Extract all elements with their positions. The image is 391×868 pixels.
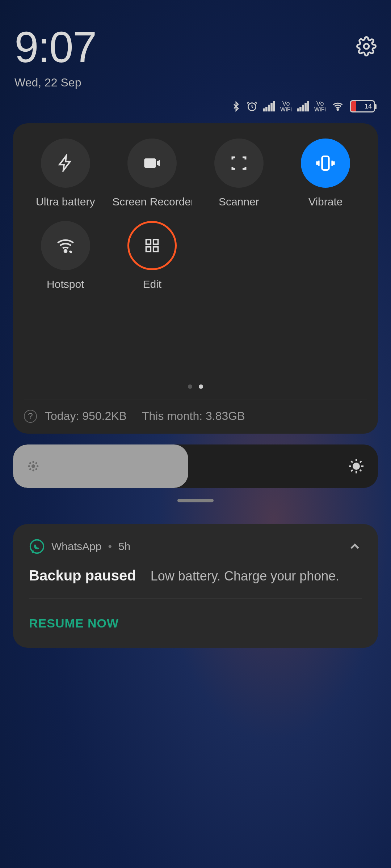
gear-icon — [356, 36, 377, 56]
signal-1-icon — [263, 101, 275, 112]
tile-edit[interactable]: Edit — [111, 221, 194, 290]
tile-vibrate[interactable]: Vibrate — [284, 139, 367, 208]
svg-rect-13 — [322, 156, 329, 170]
svg-point-20 — [33, 461, 34, 463]
svg-point-23 — [37, 465, 38, 467]
battery-fill — [351, 101, 356, 111]
tile-hotspot[interactable]: Hotspot — [24, 221, 107, 290]
tile-label: Ultra battery — [36, 196, 95, 208]
whatsapp-icon — [29, 539, 45, 554]
time-block: 9:07 Wed, 22 Sep — [14, 25, 96, 89]
svg-rect-16 — [154, 240, 158, 244]
notification-title: Backup paused — [29, 567, 136, 584]
svg-point-26 — [30, 469, 31, 470]
notification-body: Backup paused Low battery. Charge your p… — [29, 567, 362, 584]
page-dot — [188, 384, 192, 389]
svg-point-25 — [36, 463, 37, 464]
svg-point-0 — [364, 44, 369, 49]
settings-button[interactable] — [356, 36, 377, 58]
svg-point-28 — [353, 463, 359, 469]
scan-icon — [230, 154, 248, 172]
vowifi-1-icon: VoWiFi — [280, 100, 292, 112]
svg-rect-4 — [268, 105, 270, 111]
notification-app: WhatsApp — [51, 540, 101, 553]
svg-point-24 — [30, 463, 31, 464]
chevron-up-icon[interactable] — [348, 539, 362, 554]
tile-circle — [41, 139, 90, 188]
tile-circle — [127, 139, 177, 188]
tile-circle — [41, 221, 90, 270]
tile-circle — [301, 139, 350, 188]
tile-label: Hotspot — [47, 278, 84, 290]
tile-grid: Ultra battery Screen Recorder Scanner Vi… — [24, 139, 367, 290]
vowifi-2-icon: VoWiFi — [314, 100, 326, 112]
tile-circle — [127, 221, 177, 270]
svg-rect-2 — [263, 109, 265, 112]
grid-icon — [144, 238, 160, 254]
tile-label: Screen Recorder — [112, 196, 192, 208]
video-icon — [143, 154, 161, 173]
brightness-low-icon — [26, 459, 41, 473]
tile-label: Vibrate — [308, 196, 343, 208]
resume-now-button[interactable]: RESUME NOW — [29, 616, 362, 630]
svg-rect-10 — [304, 103, 307, 111]
svg-rect-15 — [146, 240, 151, 244]
data-usage-row[interactable]: ? Today: 950.2KB This month: 3.83GB — [24, 400, 367, 423]
vibrate-icon — [315, 153, 336, 173]
header: 9:07 Wed, 22 Sep — [0, 0, 391, 97]
question-icon: ? — [24, 410, 37, 423]
notification-card[interactable]: WhatsApp • 5h Backup paused Low battery.… — [13, 524, 378, 648]
data-today: Today: 950.2KB — [45, 409, 127, 423]
svg-point-21 — [33, 470, 34, 471]
tile-ultra-battery[interactable]: Ultra battery — [24, 139, 107, 208]
tile-screen-recorder[interactable]: Screen Recorder — [111, 139, 194, 208]
svg-rect-8 — [299, 107, 302, 111]
clock-date: Wed, 22 Sep — [14, 76, 96, 89]
svg-point-12 — [337, 109, 339, 110]
alarm-icon — [246, 101, 258, 112]
notification-message: Low battery. Charge your phone. — [151, 569, 340, 584]
bolt-icon — [56, 154, 75, 172]
status-bar: VoWiFi VoWiFi 14 — [0, 97, 391, 120]
svg-point-22 — [29, 465, 30, 467]
svg-rect-6 — [273, 101, 275, 111]
quick-settings-panel: Ultra battery Screen Recorder Scanner Vi… — [13, 123, 378, 434]
tile-scanner[interactable]: Scanner — [197, 139, 281, 208]
wifi-icon — [331, 101, 345, 112]
tile-label: Scanner — [219, 196, 259, 208]
svg-rect-9 — [302, 105, 304, 111]
data-month: This month: 3.83GB — [142, 409, 245, 423]
svg-rect-5 — [270, 103, 273, 111]
page-dot-active — [199, 384, 203, 389]
svg-point-29 — [30, 540, 44, 553]
svg-rect-7 — [297, 109, 299, 112]
svg-point-19 — [31, 464, 35, 468]
battery-percent: 14 — [365, 103, 372, 110]
battery-indicator: 14 — [350, 100, 375, 112]
notification-header: WhatsApp • 5h — [29, 539, 362, 554]
notification-time: 5h — [118, 540, 130, 553]
tile-label: Edit — [143, 278, 161, 290]
brightness-slider[interactable] — [13, 444, 378, 488]
divider — [29, 598, 362, 599]
svg-rect-3 — [265, 107, 268, 111]
signal-2-icon — [297, 101, 309, 112]
bluetooth-icon — [231, 101, 241, 112]
svg-point-14 — [64, 250, 67, 252]
clock-time: 9:07 — [14, 25, 96, 69]
tile-circle — [214, 139, 264, 188]
svg-point-27 — [36, 469, 37, 470]
svg-rect-11 — [307, 101, 309, 111]
separator: • — [108, 540, 112, 553]
hotspot-icon — [56, 236, 75, 255]
svg-rect-17 — [146, 247, 151, 252]
page-indicator[interactable] — [24, 384, 367, 389]
drag-handle[interactable] — [177, 499, 214, 502]
brightness-high-icon — [348, 458, 365, 475]
svg-rect-18 — [154, 247, 158, 252]
